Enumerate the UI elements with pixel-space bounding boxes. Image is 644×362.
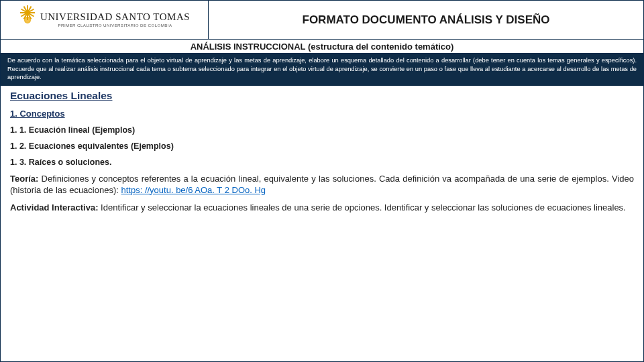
activity-body: Identificar y seleccionar la ecuaciones …	[99, 202, 626, 213]
activity-paragraph: Actividad Interactiva: Identificar y sel…	[10, 202, 634, 214]
logo-cell: UNIVERSIDAD SANTO TOMAS PRIMER CLAUSTRO …	[1, 1, 209, 39]
theory-lead: Teoría:	[10, 174, 38, 184]
theory-body: Definiciones y conceptos referentes a la…	[10, 174, 634, 195]
heading-conceptos: 1. Conceptos	[10, 109, 634, 119]
doc-title: FORMATO DOCUMENTO ANÁLISIS Y DISEÑO	[209, 1, 643, 39]
sun-icon	[19, 11, 36, 29]
topic-heading: Ecuaciones Lineales	[10, 90, 634, 102]
section-instructions: De acuerdo con la temática seleccionada …	[1, 54, 643, 86]
content-area: Ecuaciones Lineales 1. Conceptos 1. 1. E…	[1, 86, 643, 361]
document-page: UNIVERSIDAD SANTO TOMAS PRIMER CLAUSTRO …	[0, 0, 644, 362]
logo-main: UNIVERSIDAD SANTO TOMAS	[40, 12, 190, 22]
theory-paragraph: Teoría: Definiciones y conceptos referen…	[10, 174, 634, 196]
video-link[interactable]: https: //youtu. be/6 AOa. T 2 DOo. Hg	[121, 185, 266, 195]
section-title: ANÁLISIS INSTRUCCIONAL (estructura del c…	[1, 40, 643, 54]
item-1-2: 1. 2. Ecuaciones equivalentes (Ejemplos)	[10, 141, 634, 151]
logo-sub: PRIMER CLAUSTRO UNIVERSITARIO DE COLOMBI…	[40, 23, 190, 27]
doc-header: UNIVERSIDAD SANTO TOMAS PRIMER CLAUSTRO …	[1, 1, 643, 40]
item-1-1: 1. 1. Ecuación lineal (Ejemplos)	[10, 125, 634, 135]
logo-text: UNIVERSIDAD SANTO TOMAS PRIMER CLAUSTRO …	[40, 12, 190, 27]
activity-lead: Actividad Interactiva:	[10, 202, 99, 213]
item-1-3: 1. 3. Raíces o soluciones.	[10, 158, 634, 167]
